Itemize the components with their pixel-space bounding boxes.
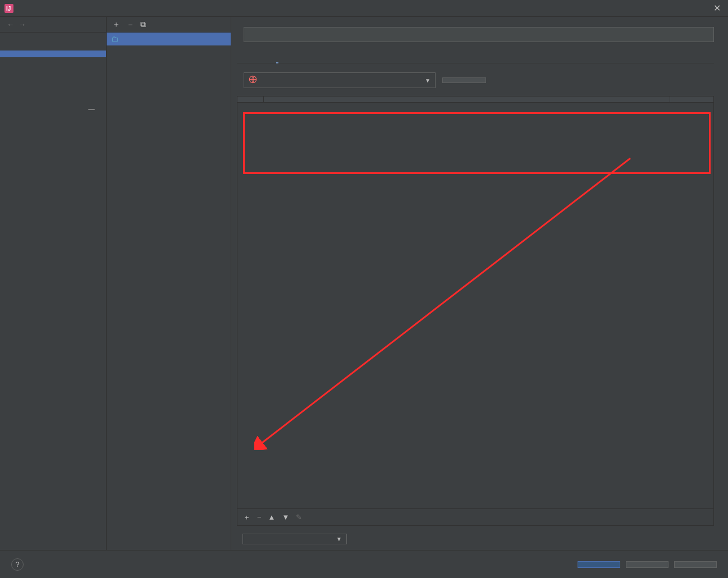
globe-icon [249, 75, 257, 85]
app-icon: IJ [4, 4, 13, 13]
chevron-down-icon: ▼ [336, 536, 342, 542]
sidebar-item-facets[interactable] [0, 64, 106, 71]
col-scope [670, 97, 713, 102]
module-editor: ▼ ＋ − ▲ ▼ ✎ [231, 17, 728, 550]
dep-add-button[interactable]: ＋ [243, 512, 250, 522]
name-input[interactable] [244, 27, 714, 42]
tab-sources[interactable] [242, 53, 245, 63]
nav-history: ← → [0, 17, 106, 33]
storage-combo[interactable]: ▼ [242, 534, 347, 544]
module-item[interactable]: 🗀 [107, 33, 231, 45]
apply-button[interactable] [674, 561, 717, 568]
dep-edit-button: ✎ [296, 513, 302, 521]
ok-button[interactable] [578, 561, 620, 568]
dep-remove-button[interactable]: − [257, 513, 262, 521]
sidebar-item-artifacts[interactable] [0, 71, 106, 77]
titlebar: IJ ✕ [0, 0, 728, 17]
help-button[interactable]: ? [11, 558, 24, 571]
dep-down-button[interactable]: ▼ [282, 513, 289, 521]
sidebar-item-project[interactable] [0, 44, 106, 51]
close-button[interactable]: ✕ [710, 3, 724, 13]
add-module-button[interactable]: ＋ [112, 20, 120, 30]
sidebar-item-sdks[interactable] [0, 84, 106, 91]
module-tabs [237, 48, 714, 63]
dep-up-button[interactable]: ▲ [268, 513, 276, 521]
sdk-edit-button[interactable] [442, 77, 486, 83]
sidebar-item-global-libraries[interactable] [0, 91, 106, 98]
nav-back[interactable]: ← [7, 20, 14, 29]
remove-module-button[interactable]: − [128, 20, 132, 29]
left-sidebar: ← → [0, 17, 107, 550]
tab-paths[interactable] [259, 53, 262, 63]
modules-panel: ＋ − ⧉ 🗀 [107, 17, 231, 550]
folder-icon: 🗀 [111, 35, 118, 43]
sidebar-item-libraries[interactable] [0, 57, 106, 64]
dependencies-table: ＋ − ▲ ▼ ✎ [237, 96, 714, 526]
chevron-down-icon: ▼ [425, 77, 431, 84]
heading-platform-settings [0, 77, 106, 84]
heading-project-settings [0, 37, 106, 44]
col-export [237, 97, 264, 102]
nav-forward[interactable]: → [19, 20, 26, 29]
problems-badge [88, 109, 95, 110]
copy-module-button[interactable]: ⧉ [140, 20, 146, 29]
cancel-button[interactable] [626, 561, 669, 568]
dialog-buttons: ? [0, 550, 728, 578]
svg-text:IJ: IJ [6, 6, 11, 12]
sidebar-item-problems[interactable] [0, 105, 106, 113]
tab-dependencies[interactable] [276, 53, 278, 63]
sdk-combo[interactable]: ▼ [244, 72, 436, 88]
sidebar-item-modules[interactable] [0, 51, 106, 57]
